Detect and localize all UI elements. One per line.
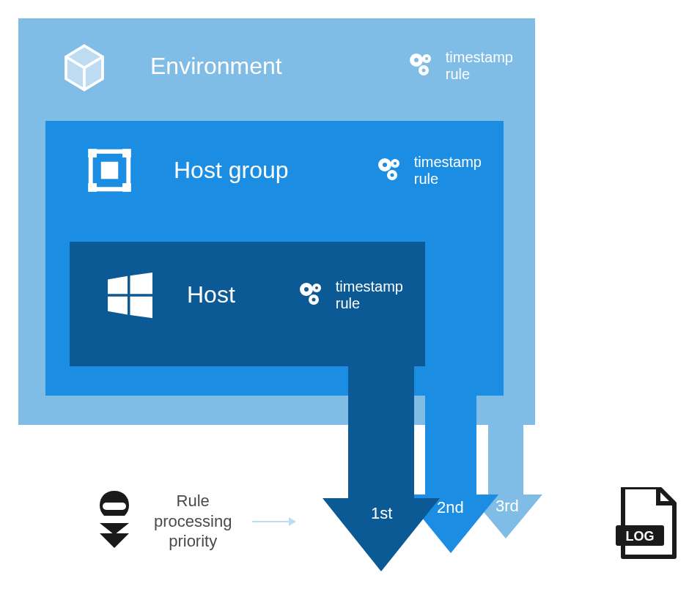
log-icon: LOG xyxy=(616,487,678,563)
host-row: Host timestamp rule xyxy=(70,242,425,322)
svg-point-3 xyxy=(414,58,419,62)
environment-timestamp-label: timestamp rule xyxy=(446,49,513,83)
host-timestamp-rule: timestamp rule xyxy=(295,278,403,313)
svg-marker-34 xyxy=(100,523,129,535)
svg-marker-35 xyxy=(100,533,129,548)
svg-text:LOG: LOG xyxy=(626,529,655,544)
host-group-timestamp-rule: timestamp rule xyxy=(373,153,482,188)
first-arrow-label: 1st xyxy=(371,504,392,523)
svg-marker-22 xyxy=(108,297,128,315)
svg-rect-11 xyxy=(122,149,131,158)
svg-point-19 xyxy=(390,173,394,177)
svg-rect-33 xyxy=(103,503,126,510)
svg-rect-10 xyxy=(88,149,97,158)
host-timestamp-label: timestamp rule xyxy=(336,278,403,312)
svg-marker-23 xyxy=(130,297,152,318)
svg-point-17 xyxy=(394,162,397,165)
svg-point-25 xyxy=(304,287,309,292)
environment-row: Environment timestamp rule xyxy=(18,18,535,95)
environment-timestamp-rule: timestamp rule xyxy=(405,48,513,84)
host-group-icon xyxy=(82,143,137,198)
agent-icon xyxy=(95,491,133,551)
rule-priority-label: Rule processing priority xyxy=(154,491,232,552)
svg-point-27 xyxy=(315,286,318,289)
svg-rect-9 xyxy=(101,162,118,179)
small-right-arrow-icon xyxy=(252,516,296,530)
svg-marker-21 xyxy=(130,273,152,294)
svg-marker-37 xyxy=(289,517,296,526)
svg-marker-32 xyxy=(323,366,440,571)
third-arrow-label: 3rd xyxy=(495,497,519,516)
svg-marker-20 xyxy=(108,276,128,295)
svg-point-15 xyxy=(383,163,387,167)
gears-icon xyxy=(373,153,408,188)
host-layer: Host timestamp rule xyxy=(70,242,425,366)
environment-title: Environment xyxy=(150,53,383,80)
windows-icon xyxy=(103,267,158,322)
svg-rect-12 xyxy=(88,183,97,192)
rule-priority-block: Rule processing priority xyxy=(95,491,296,552)
gears-icon xyxy=(295,278,330,313)
host-title: Host xyxy=(187,281,273,308)
svg-point-5 xyxy=(425,57,428,60)
host-group-row: Host group timestamp rule xyxy=(45,121,504,198)
svg-point-29 xyxy=(312,297,315,301)
svg-point-7 xyxy=(421,69,425,73)
first-arrow: 1st xyxy=(323,366,440,571)
host-group-timestamp-label: timestamp rule xyxy=(414,154,482,188)
host-group-title: Host group xyxy=(174,157,351,184)
cube-icon xyxy=(55,37,114,95)
svg-rect-13 xyxy=(122,183,131,192)
second-arrow-label: 2nd xyxy=(437,498,464,517)
gears-icon xyxy=(405,48,440,84)
